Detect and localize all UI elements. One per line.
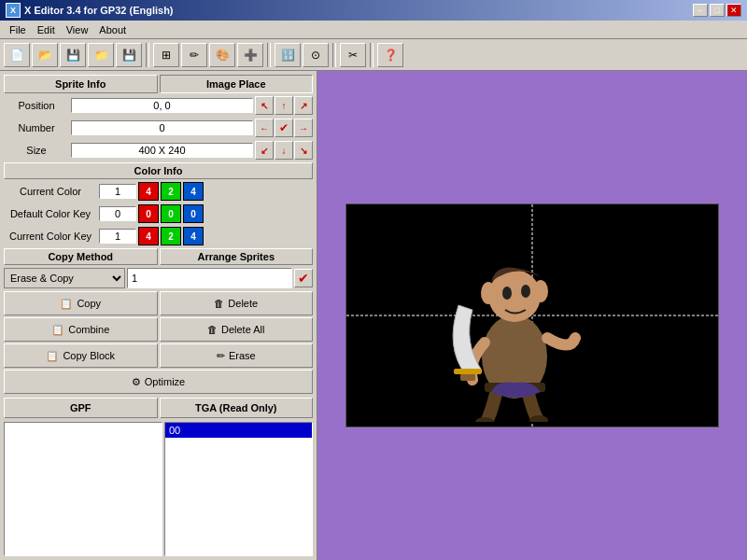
close-button[interactable]: ✕ xyxy=(726,4,741,17)
erase-icon: ✏ xyxy=(217,350,225,362)
position-row: Position 0, 0 ↖ ↑ ↗ xyxy=(4,95,313,116)
menu-view[interactable]: View xyxy=(61,22,94,37)
position-arrow-upright[interactable]: ↗ xyxy=(294,96,313,115)
delete-all-button[interactable]: 🗑 Delete All xyxy=(160,317,314,342)
size-arrow-downright[interactable]: ↘ xyxy=(294,141,313,160)
dropdown-row: Erase & Copy Copy Combine ✔ xyxy=(4,267,313,289)
position-arrow-up[interactable]: ↑ xyxy=(275,96,293,115)
copy-icon: 📋 xyxy=(60,298,73,310)
warrior-sprite xyxy=(440,217,589,422)
toolbar-calc[interactable]: 🔢 xyxy=(275,43,301,67)
toolbar-help[interactable]: ❓ xyxy=(377,43,403,67)
erase-button[interactable]: ✏ Erase xyxy=(160,343,314,368)
menu-about[interactable]: About xyxy=(93,22,132,37)
toolbar-new[interactable]: 📄 xyxy=(4,43,30,67)
current-color-b-swatch: 4 xyxy=(183,182,204,201)
tab-image-place[interactable]: Image Place xyxy=(160,75,314,93)
delete-icon: 🗑 xyxy=(214,298,224,309)
default-color-key-value: 0 xyxy=(99,206,136,221)
number-value: 0 xyxy=(71,120,253,135)
current-color-r-swatch: 4 xyxy=(138,182,159,201)
copy-button[interactable]: 📋 Copy xyxy=(4,291,158,315)
top-tabs: Sprite Info Image Place xyxy=(4,75,313,93)
current-key-r-swatch: 4 xyxy=(138,227,159,245)
arrange-input[interactable] xyxy=(127,268,292,288)
toolbar-sep-3 xyxy=(332,43,336,67)
current-color-row: Current Color 1 4 2 4 xyxy=(4,181,313,202)
svg-point-5 xyxy=(533,280,548,302)
delete-button[interactable]: 🗑 Delete xyxy=(160,291,314,315)
arrange-sprites-header: Arrange Sprites xyxy=(160,248,314,265)
default-color-key-row: Default Color Key 0 0 0 0 xyxy=(4,203,313,224)
default-color-b-swatch: 0 xyxy=(183,204,204,223)
size-row: Size 400 X 240 ↙ ↓ ↘ xyxy=(4,140,313,161)
number-row: Number 0 ← ✔ → xyxy=(4,118,313,138)
minimize-button[interactable]: − xyxy=(693,4,708,17)
copy-method-select[interactable]: Erase & Copy Copy Combine xyxy=(4,268,125,288)
position-label: Position xyxy=(4,100,69,111)
position-value: 0, 0 xyxy=(71,98,253,113)
toolbar: 📄 📂 💾 📁 💾 ⊞ ✏ 🎨 ➕ 🔢 ⊙ ✂ ❓ xyxy=(0,39,747,71)
toolbar-saveas[interactable]: 📁 xyxy=(88,43,114,67)
optimize-button[interactable]: ⚙ Optimize xyxy=(4,370,313,394)
bottom-file-tabs: GPF TGA (Read Only) xyxy=(4,398,313,418)
main-layout: Sprite Info Image Place Position 0, 0 ↖ … xyxy=(0,71,747,560)
svg-rect-6 xyxy=(460,373,475,381)
size-arrow-down[interactable]: ↓ xyxy=(275,141,293,160)
default-color-r-swatch: 0 xyxy=(138,204,159,223)
toolbar-sep-1 xyxy=(146,43,149,67)
toolbar-cut[interactable]: ✂ xyxy=(340,43,366,67)
size-label: Size xyxy=(4,145,69,156)
svg-rect-7 xyxy=(454,369,482,374)
left-panel: Sprite Info Image Place Position 0, 0 ↖ … xyxy=(0,71,317,560)
tab-tga[interactable]: TGA (Read Only) xyxy=(160,398,314,418)
file-list-right: 00 xyxy=(164,422,313,556)
current-color-key-value: 1 xyxy=(99,229,136,244)
number-arrow-left[interactable]: ← xyxy=(255,119,274,137)
svg-point-4 xyxy=(481,282,496,304)
current-key-b-swatch: 4 xyxy=(183,227,204,245)
file-list-left xyxy=(4,422,162,556)
number-check[interactable]: ✔ xyxy=(275,119,293,137)
number-arrow-right[interactable]: → xyxy=(294,119,313,137)
current-color-value: 1 xyxy=(99,184,136,199)
copy-method-header: Copy Method xyxy=(4,248,158,265)
toolbar-settings[interactable]: ⊙ xyxy=(303,43,329,67)
position-arrow-upleft[interactable]: ↖ xyxy=(255,96,274,115)
toolbar-color[interactable]: 🎨 xyxy=(209,43,235,67)
size-value: 400 X 240 xyxy=(71,143,253,158)
delete-all-icon: 🗑 xyxy=(207,324,218,335)
toolbar-export[interactable]: 💾 xyxy=(116,43,142,67)
sprite-canvas[interactable] xyxy=(345,203,719,427)
toolbar-add[interactable]: ➕ xyxy=(237,43,263,67)
file-item[interactable]: 00 xyxy=(165,423,312,438)
current-color-key-row: Current Color Key 1 4 2 4 xyxy=(4,226,313,246)
copy-block-button[interactable]: 📋 Copy Block xyxy=(4,343,158,368)
title-bar: X X Editor 3.4 for GP32 (English) − □ ✕ xyxy=(0,0,747,21)
tab-gpf[interactable]: GPF xyxy=(4,398,158,418)
color-info-header: Color Info xyxy=(4,162,313,179)
current-color-key-label: Current Color Key xyxy=(4,231,97,242)
maximize-button[interactable]: □ xyxy=(710,4,725,17)
current-key-g-swatch: 2 xyxy=(161,227,181,245)
tab-sprite-info[interactable]: Sprite Info xyxy=(4,75,158,93)
svg-point-3 xyxy=(521,285,530,298)
menu-edit[interactable]: Edit xyxy=(32,22,61,37)
toolbar-open[interactable]: 📂 xyxy=(32,43,58,67)
app-icon: X xyxy=(6,3,21,18)
toolbar-sep-2 xyxy=(267,43,271,67)
combine-button[interactable]: 📋 Combine xyxy=(4,317,158,342)
toolbar-save[interactable]: 💾 xyxy=(60,43,86,67)
default-color-g-swatch: 0 xyxy=(161,204,181,223)
toolbar-draw[interactable]: ✏ xyxy=(181,43,207,67)
menu-file[interactable]: File xyxy=(4,22,32,37)
action-buttons: 📋 Copy 🗑 Delete 📋 Combine 🗑 Delete All 📋… xyxy=(4,291,313,368)
default-color-key-label: Default Color Key xyxy=(4,208,97,219)
toolbar-grid[interactable]: ⊞ xyxy=(153,43,179,67)
optimize-icon: ⚙ xyxy=(132,376,141,388)
combine-icon: 📋 xyxy=(51,324,64,336)
arrange-confirm[interactable]: ✔ xyxy=(294,269,313,287)
number-label: Number xyxy=(4,122,69,133)
size-arrow-downleft[interactable]: ↙ xyxy=(255,141,274,160)
svg-point-2 xyxy=(502,287,512,300)
